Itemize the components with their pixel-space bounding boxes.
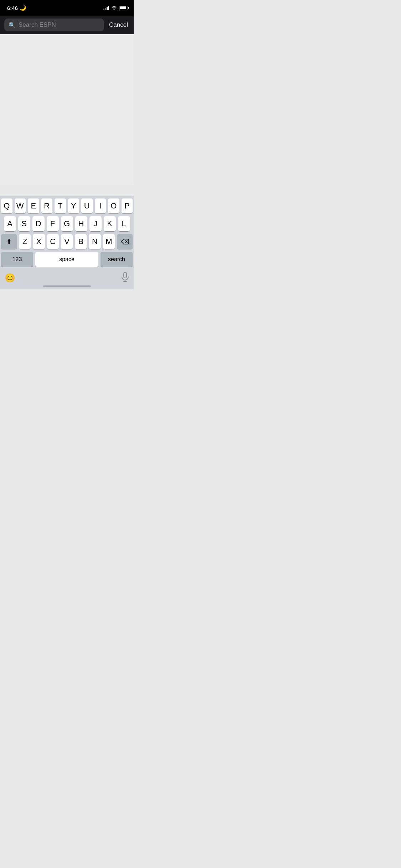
signal-icon bbox=[103, 6, 109, 10]
time-display: 6:46 bbox=[7, 5, 18, 11]
mic-icon bbox=[121, 272, 129, 282]
key-v[interactable]: V bbox=[61, 234, 73, 249]
space-key[interactable]: space bbox=[35, 252, 98, 267]
shift-key[interactable]: ⬆ bbox=[1, 234, 17, 249]
moon-icon: 🌙 bbox=[20, 5, 26, 11]
key-r[interactable]: R bbox=[41, 198, 53, 213]
key-j[interactable]: J bbox=[89, 216, 102, 231]
keyboard-bottom-row: 😊 bbox=[1, 270, 133, 285]
keyboard-row-1: Q W E R T Y U I O P bbox=[1, 198, 133, 213]
key-u[interactable]: U bbox=[81, 198, 93, 213]
delete-key[interactable] bbox=[117, 234, 133, 249]
status-bar: 6:46 🌙 bbox=[0, 0, 134, 16]
delete-icon bbox=[121, 239, 129, 244]
battery-icon bbox=[119, 6, 128, 10]
key-w[interactable]: W bbox=[15, 198, 26, 213]
key-d[interactable]: D bbox=[32, 216, 45, 231]
key-b[interactable]: B bbox=[75, 234, 87, 249]
key-m[interactable]: M bbox=[103, 234, 115, 249]
keyboard-row-2: A S D F G H J K L bbox=[1, 216, 133, 231]
key-g[interactable]: G bbox=[61, 216, 73, 231]
status-icons bbox=[103, 5, 128, 11]
svg-rect-2 bbox=[124, 272, 127, 278]
search-key[interactable]: search bbox=[101, 252, 133, 267]
keyboard-row-3: ⬆ Z X C V B N M bbox=[1, 234, 133, 249]
main-content bbox=[0, 34, 134, 185]
keyboard: Q W E R T Y U I O P A S D F G H J K L ⬆ … bbox=[0, 196, 134, 289]
key-o[interactable]: O bbox=[108, 198, 119, 213]
key-h[interactable]: H bbox=[75, 216, 87, 231]
key-x[interactable]: X bbox=[33, 234, 45, 249]
cancel-button[interactable]: Cancel bbox=[108, 21, 129, 29]
wifi-icon bbox=[111, 5, 117, 11]
search-input-container[interactable]: 🔍 bbox=[4, 19, 104, 31]
status-time: 6:46 🌙 bbox=[7, 5, 26, 11]
home-indicator-bar bbox=[43, 285, 91, 287]
key-t[interactable]: T bbox=[55, 198, 66, 213]
numbers-key[interactable]: 123 bbox=[1, 252, 33, 267]
emoji-key[interactable]: 😊 bbox=[5, 273, 15, 283]
key-f[interactable]: F bbox=[47, 216, 59, 231]
key-k[interactable]: K bbox=[104, 216, 116, 231]
search-icon: 🔍 bbox=[9, 22, 16, 29]
key-s[interactable]: S bbox=[18, 216, 30, 231]
key-c[interactable]: C bbox=[47, 234, 59, 249]
keyboard-row-4: 123 space search bbox=[1, 252, 133, 267]
mic-key[interactable] bbox=[121, 272, 129, 284]
key-z[interactable]: Z bbox=[19, 234, 31, 249]
key-l[interactable]: L bbox=[118, 216, 130, 231]
key-e[interactable]: E bbox=[28, 198, 39, 213]
home-indicator bbox=[1, 285, 133, 289]
key-i[interactable]: I bbox=[95, 198, 106, 213]
key-p[interactable]: P bbox=[122, 198, 133, 213]
key-q[interactable]: Q bbox=[1, 198, 12, 213]
search-bar: 🔍 Cancel bbox=[0, 16, 134, 34]
search-input[interactable] bbox=[19, 21, 100, 29]
key-y[interactable]: Y bbox=[68, 198, 79, 213]
shift-icon: ⬆ bbox=[6, 238, 12, 246]
key-n[interactable]: N bbox=[89, 234, 101, 249]
key-a[interactable]: A bbox=[4, 216, 16, 231]
